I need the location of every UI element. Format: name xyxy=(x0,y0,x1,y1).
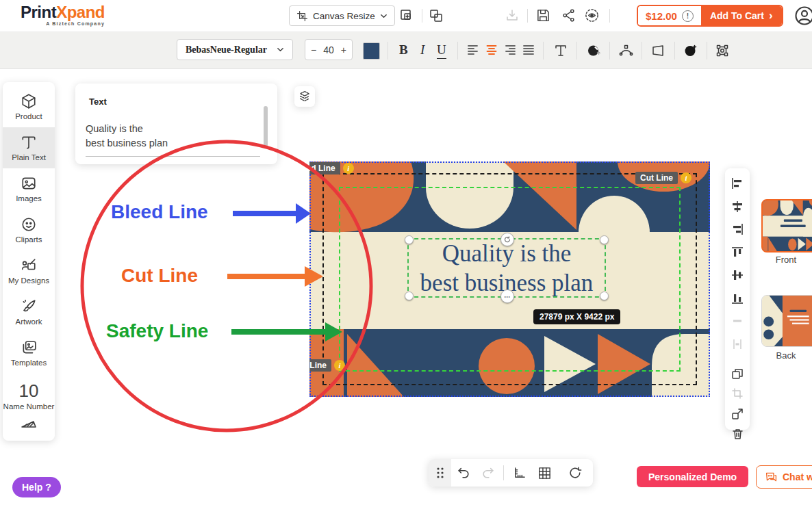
save-icon[interactable] xyxy=(536,8,550,23)
ruler-icon[interactable] xyxy=(512,466,526,480)
text-style-icon[interactable] xyxy=(553,43,568,58)
resize-handle-tr[interactable] xyxy=(600,235,609,244)
design-canvas[interactable]: Bleed Line i Cut Line i Safety Line i Qu… xyxy=(309,161,710,397)
info-icon[interactable]: i xyxy=(343,163,354,174)
delete-icon[interactable] xyxy=(731,427,744,441)
profile-avatar-icon[interactable] xyxy=(794,5,812,26)
divider xyxy=(707,42,707,60)
divider xyxy=(609,9,610,23)
safety-line-tag[interactable]: Safety Line i xyxy=(309,359,345,372)
text-color-swatch[interactable] xyxy=(363,42,380,60)
help-button[interactable]: Help ? xyxy=(12,477,61,497)
drag-dots-icon xyxy=(435,467,445,479)
align-bottom-object-icon[interactable] xyxy=(731,292,744,308)
add-to-cart-button[interactable]: Add To Cart › xyxy=(701,6,782,25)
text-outline-color-icon[interactable] xyxy=(586,43,601,58)
panel-scrollbar[interactable] xyxy=(264,106,268,148)
rotate-canvas-icon[interactable] xyxy=(568,466,582,480)
undo-icon[interactable] xyxy=(457,466,470,480)
chevron-down-icon xyxy=(277,46,284,53)
preview-eye-icon[interactable] xyxy=(585,8,599,23)
printxpand-logo[interactable]: PrintXpand A Biztech Company xyxy=(21,4,105,27)
skew-shape-icon[interactable] xyxy=(650,43,665,58)
align-left-object-icon[interactable] xyxy=(731,177,744,193)
text-input[interactable]: Quality is the best business plan xyxy=(86,122,260,157)
font-size-minus[interactable]: − xyxy=(311,44,316,55)
distribute-v-icon[interactable] xyxy=(731,337,744,354)
font-size-value[interactable]: 40 xyxy=(323,44,334,55)
text-edit-panel: Text Quality is the best business plan xyxy=(75,83,277,164)
sidebar-item-more[interactable] xyxy=(3,419,55,438)
align-justify-icon[interactable] xyxy=(522,43,535,57)
align-left-icon[interactable] xyxy=(466,43,480,57)
cut-line-tag[interactable]: Cut Line i xyxy=(635,172,692,184)
download-icon[interactable] xyxy=(505,8,520,23)
layers-icon xyxy=(298,90,312,103)
logo-text: PrintXpand xyxy=(21,3,105,21)
layers-button[interactable] xyxy=(294,86,315,107)
bleed-line-tag[interactable]: Bleed Line i xyxy=(309,162,354,174)
italic-button[interactable]: I xyxy=(420,42,424,58)
align-center-icon[interactable] xyxy=(485,43,498,57)
info-icon[interactable]: i xyxy=(681,172,692,183)
brush-icon xyxy=(21,298,37,315)
front-page-thumbnail[interactable] xyxy=(761,199,812,252)
duplicate-icon[interactable] xyxy=(429,8,444,23)
align-toolbar xyxy=(725,168,750,430)
canvas-resize-icon xyxy=(296,10,308,22)
share-icon[interactable] xyxy=(561,8,576,23)
price-box: $12.00 ! xyxy=(638,6,701,25)
drag-handle[interactable]: ••• xyxy=(500,289,514,303)
distribute-h-icon[interactable] xyxy=(731,314,744,331)
back-page-thumbnail[interactable] xyxy=(761,295,812,347)
resize-handle-br[interactable] xyxy=(600,292,609,300)
crop-icon[interactable] xyxy=(731,387,744,400)
sidebar-item-artwork[interactable]: Artwork xyxy=(3,292,55,333)
underline-button[interactable]: U xyxy=(437,42,446,59)
cart-chevron-icon: › xyxy=(769,9,773,23)
divider xyxy=(674,42,675,60)
sidebar-item-images[interactable]: Images xyxy=(3,168,55,209)
sidebar-item-product[interactable]: Product xyxy=(3,86,55,127)
align-right-icon[interactable] xyxy=(503,43,517,57)
redo-icon[interactable] xyxy=(481,466,495,480)
scale-icon[interactable] xyxy=(731,407,744,421)
info-icon[interactable]: i xyxy=(334,360,345,371)
toolbar-drag-handle[interactable] xyxy=(429,459,451,487)
font-size-plus[interactable]: + xyxy=(341,44,346,55)
personalized-demo-button[interactable]: Personalized Demo xyxy=(637,466,748,487)
price-info-icon[interactable]: ! xyxy=(682,10,694,22)
divider xyxy=(422,9,422,23)
selection-box[interactable]: ••• xyxy=(407,238,606,298)
divider xyxy=(576,42,577,60)
align-top-object-icon[interactable] xyxy=(731,246,744,262)
resize-handle-tl[interactable] xyxy=(405,235,414,244)
sidebar-item-plain-text[interactable]: Plain Text xyxy=(3,127,55,168)
chevron-down-icon xyxy=(380,12,388,20)
sidebar-item-templates[interactable]: Templates xyxy=(3,333,55,374)
divider xyxy=(642,42,642,60)
chat-button[interactable]: Chat w xyxy=(756,465,812,489)
sidebar-item-my-designs[interactable]: My Designs xyxy=(3,250,55,292)
align-center-h-object-icon[interactable] xyxy=(731,200,744,216)
font-family-dropdown[interactable]: BebasNeue-Regular xyxy=(177,39,293,60)
sidebar-item-cliparts[interactable]: Cliparts xyxy=(3,209,55,250)
divider xyxy=(543,42,544,60)
grid-icon[interactable] xyxy=(537,466,552,480)
curve-text-icon[interactable] xyxy=(618,43,633,58)
rotate-handle[interactable] xyxy=(500,233,514,246)
sidebar-item-name-number[interactable]: 10 Name Number xyxy=(3,374,55,419)
align-center-v-object-icon[interactable] xyxy=(731,268,744,285)
font-size-stepper: − 40 + xyxy=(305,39,353,60)
transform-icon[interactable] xyxy=(715,43,730,58)
texture-fill-icon[interactable] xyxy=(683,43,698,58)
align-right-object-icon[interactable] xyxy=(731,222,744,239)
resize-handle-bl[interactable] xyxy=(405,292,414,300)
templates-icon xyxy=(21,339,37,356)
bring-forward-icon[interactable] xyxy=(399,8,414,23)
duplicate-object-icon[interactable] xyxy=(731,367,744,380)
front-thumb-art xyxy=(763,200,812,251)
bold-button[interactable]: B xyxy=(399,42,408,58)
cube-icon xyxy=(21,93,37,109)
canvas-resize-dropdown[interactable]: Canvas Resize xyxy=(289,5,395,26)
